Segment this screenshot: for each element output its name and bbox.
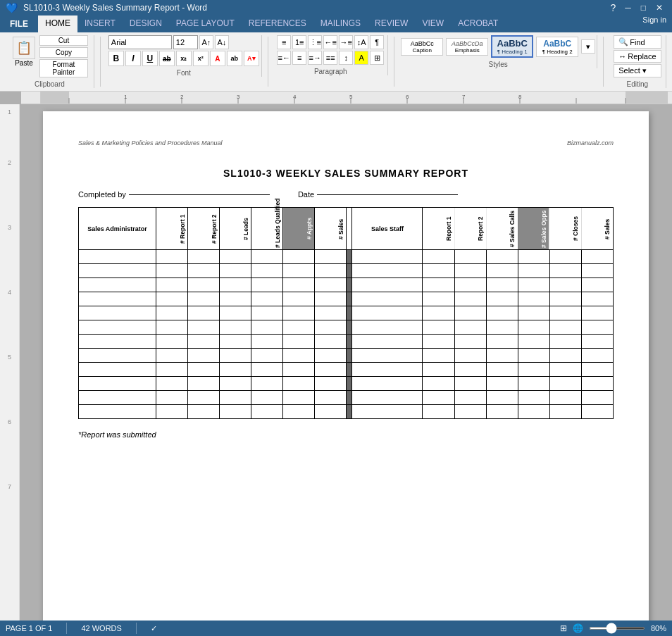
table-cell[interactable] xyxy=(581,377,613,391)
table-cell[interactable] xyxy=(486,377,518,391)
table-cell[interactable] xyxy=(486,320,518,335)
align-center-button[interactable]: ≡ xyxy=(292,51,306,65)
show-hide-button[interactable]: ¶ xyxy=(370,35,384,49)
table-cell[interactable] xyxy=(454,363,486,377)
find-button[interactable]: 🔍 Find xyxy=(614,35,661,49)
minimize-button[interactable]: ─ xyxy=(621,3,635,13)
table-cell[interactable] xyxy=(486,349,518,363)
table-cell[interactable] xyxy=(220,306,251,320)
table-cell[interactable] xyxy=(315,335,347,349)
table-cell[interactable] xyxy=(251,320,283,335)
table-cell[interactable] xyxy=(283,306,315,320)
table-cell[interactable] xyxy=(283,391,315,405)
table-cell[interactable] xyxy=(315,292,347,306)
decrease-indent-button[interactable]: ←≡ xyxy=(323,35,337,49)
justify-button[interactable]: ≡≡ xyxy=(323,51,337,65)
table-cell[interactable] xyxy=(156,363,188,377)
table-cell[interactable] xyxy=(188,292,220,306)
table-cell[interactable] xyxy=(581,335,613,349)
table-cell[interactable] xyxy=(549,377,581,391)
table-cell[interactable] xyxy=(315,363,347,377)
font-color-button[interactable]: A▾ xyxy=(244,51,259,66)
table-cell[interactable] xyxy=(220,405,251,419)
subscript-button[interactable]: x₂ xyxy=(176,51,192,66)
table-cell[interactable] xyxy=(347,264,352,278)
italic-button[interactable]: I xyxy=(125,51,141,66)
maximize-button[interactable]: □ xyxy=(637,3,649,13)
table-cell[interactable] xyxy=(251,292,283,306)
table-cell[interactable] xyxy=(315,391,347,405)
table-cell[interactable] xyxy=(188,306,220,320)
table-cell[interactable] xyxy=(581,278,613,292)
table-cell[interactable] xyxy=(486,363,518,377)
table-cell[interactable] xyxy=(251,349,283,363)
table-cell[interactable] xyxy=(188,405,220,419)
multilevel-button[interactable]: ⋮≡ xyxy=(308,35,322,49)
table-cell[interactable] xyxy=(156,320,188,335)
table-cell[interactable] xyxy=(251,363,283,377)
select-button[interactable]: Select ▾ xyxy=(614,64,661,77)
table-cell[interactable] xyxy=(156,335,188,349)
table-cell[interactable] xyxy=(352,264,423,278)
layout-print-button[interactable]: ⊞ xyxy=(560,623,567,633)
tab-references[interactable]: REFERENCES xyxy=(242,15,313,32)
style-heading1[interactable]: AaBbC ¶ Heading 1 xyxy=(491,35,533,58)
table-cell[interactable] xyxy=(251,391,283,405)
table-cell[interactable] xyxy=(518,250,549,264)
table-cell[interactable] xyxy=(454,349,486,363)
table-cell[interactable] xyxy=(315,349,347,363)
table-cell[interactable] xyxy=(518,349,549,363)
table-cell[interactable] xyxy=(352,363,423,377)
table-cell[interactable] xyxy=(486,250,518,264)
table-cell[interactable] xyxy=(347,405,352,419)
table-cell[interactable] xyxy=(79,264,156,278)
table-cell[interactable] xyxy=(486,405,518,419)
table-cell[interactable] xyxy=(549,250,581,264)
table-cell[interactable] xyxy=(486,278,518,292)
table-cell[interactable] xyxy=(315,320,347,335)
help-button[interactable]: ? xyxy=(607,2,618,13)
tab-home[interactable]: HOME xyxy=(38,15,77,32)
table-cell[interactable] xyxy=(423,335,454,349)
table-cell[interactable] xyxy=(423,306,454,320)
table-cell[interactable] xyxy=(352,405,423,419)
underline-button[interactable]: U xyxy=(142,51,158,66)
table-cell[interactable] xyxy=(220,377,251,391)
line-spacing-button[interactable]: ↕ xyxy=(339,51,353,65)
table-cell[interactable] xyxy=(188,278,220,292)
close-button[interactable]: ✕ xyxy=(652,3,666,13)
table-cell[interactable] xyxy=(156,405,188,419)
table-cell[interactable] xyxy=(283,363,315,377)
table-cell[interactable] xyxy=(251,250,283,264)
table-cell[interactable] xyxy=(518,377,549,391)
table-cell[interactable] xyxy=(156,391,188,405)
table-cell[interactable] xyxy=(251,264,283,278)
table-cell[interactable] xyxy=(454,306,486,320)
table-cell[interactable] xyxy=(79,391,156,405)
bullets-button[interactable]: ≡ xyxy=(277,35,291,49)
table-cell[interactable] xyxy=(251,377,283,391)
table-cell[interactable] xyxy=(251,335,283,349)
table-cell[interactable] xyxy=(518,363,549,377)
table-cell[interactable] xyxy=(581,320,613,335)
font-size-input[interactable] xyxy=(173,35,198,49)
table-cell[interactable] xyxy=(347,306,352,320)
highlight-button[interactable]: ab xyxy=(227,51,242,66)
table-cell[interactable] xyxy=(156,306,188,320)
table-cell[interactable] xyxy=(423,349,454,363)
table-cell[interactable] xyxy=(347,391,352,405)
table-cell[interactable] xyxy=(188,264,220,278)
table-cell[interactable] xyxy=(423,405,454,419)
table-cell[interactable] xyxy=(220,391,251,405)
table-cell[interactable] xyxy=(156,278,188,292)
table-cell[interactable] xyxy=(423,320,454,335)
table-cell[interactable] xyxy=(423,377,454,391)
document-area[interactable]: Sales & Marketing Policies and Procedure… xyxy=(20,104,672,636)
table-cell[interactable] xyxy=(486,264,518,278)
table-cell[interactable] xyxy=(518,264,549,278)
zoom-slider[interactable] xyxy=(589,627,645,630)
table-cell[interactable] xyxy=(79,349,156,363)
tab-view[interactable]: VIEW xyxy=(415,15,451,32)
table-cell[interactable] xyxy=(347,377,352,391)
table-cell[interactable] xyxy=(251,306,283,320)
